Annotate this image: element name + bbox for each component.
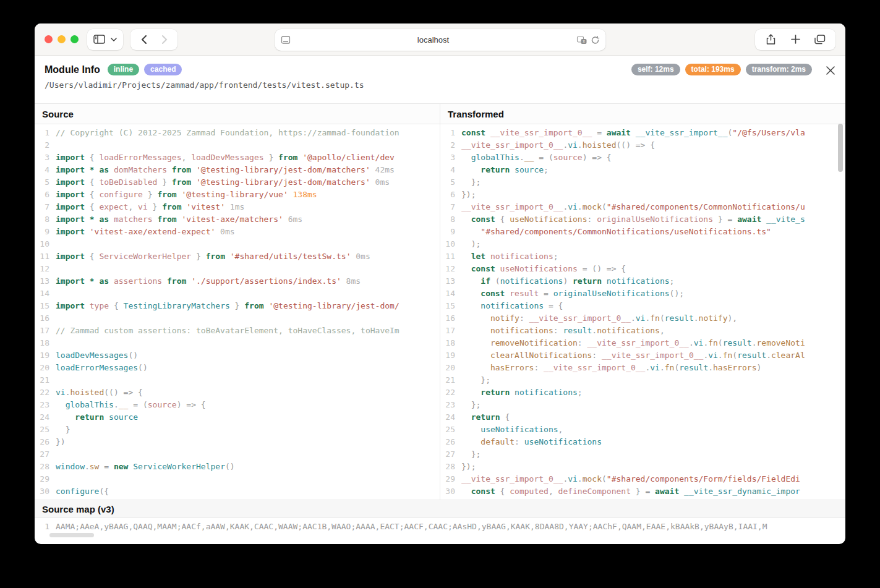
line-number: 1 (35, 127, 56, 139)
close-window-button[interactable] (45, 35, 53, 43)
line-number: 19 (35, 349, 56, 362)
new-tab-button[interactable] (785, 30, 806, 49)
line-number: 17 (440, 325, 461, 337)
page-title: Module Info (45, 64, 100, 75)
code-line: 17 notifications: result.notifications, (440, 325, 845, 337)
browser-window: localhost x (35, 23, 845, 544)
code-line: 16 notify: __vite_ssr_import_0__.vi.fn(r… (440, 312, 845, 325)
code-text: useNotifications, (461, 424, 845, 436)
horizontal-scrollbar-thumb[interactable] (49, 533, 94, 537)
line-number: 4 (440, 164, 461, 176)
code-text: default: useNotifications (461, 436, 845, 448)
page-settings-icon[interactable] (281, 36, 290, 44)
line-number: 6 (35, 189, 56, 201)
code-line: 26}) (35, 436, 440, 448)
code-text (56, 139, 440, 151)
line-number: 23 (35, 399, 56, 411)
line-number: 1 (440, 127, 461, 139)
share-button[interactable] (760, 30, 781, 49)
line-number: 9 (35, 226, 56, 238)
code-line: 15 notifications = { (440, 300, 845, 312)
line-number: 15 (35, 300, 56, 312)
forward-button[interactable] (155, 30, 174, 49)
chevron-down-icon[interactable] (111, 38, 117, 41)
code-line: 21 (35, 374, 440, 386)
line-number: 20 (35, 362, 56, 374)
code-text (56, 263, 440, 275)
line-number: 8 (440, 213, 461, 226)
code-line: 14 const result = originalUseNotificatio… (440, 288, 845, 300)
code-text: return source; (461, 164, 845, 176)
line-number: 15 (440, 300, 461, 312)
line-number: 10 (35, 238, 56, 250)
source-code-panel[interactable]: 1// Copyright (C) 2012-2025 Zammad Found… (35, 124, 440, 500)
code-line: 23 globalThis.__ = (source) => { (35, 399, 440, 411)
line-number: 12 (35, 263, 56, 275)
tab-overview-button[interactable] (810, 30, 831, 49)
code-text: }); (461, 461, 845, 473)
line-number: 29 (35, 473, 56, 485)
module-badge: cached (144, 64, 182, 75)
panel-headers: Source Transformed (35, 104, 845, 124)
sidebar-toggle-group[interactable] (87, 29, 123, 50)
code-text (56, 337, 440, 349)
code-line: 8import * as matchers from 'vitest-axe/m… (35, 213, 440, 226)
line-number: 5 (440, 176, 461, 189)
line-number: 23 (440, 399, 461, 411)
code-line: 12 const useNotifications = () => { (440, 263, 845, 275)
code-text: configure({ (56, 485, 440, 498)
code-line: 29 (35, 473, 440, 485)
code-text: notifications: result.notifications, (461, 325, 845, 337)
code-text: import * as matchers from 'vitest-axe/ma… (56, 213, 440, 226)
code-line: 11import { ServiceWorkerHelper } from '#… (35, 250, 440, 263)
timing-badge: total: 193ms (685, 64, 741, 75)
source-panel-title: Source (35, 104, 440, 124)
url-field[interactable]: localhost x (275, 29, 605, 51)
code-line: 22vi.hoisted(() => { (35, 386, 440, 399)
code-text: hasErrors: __vite_ssr_import_0__.vi.fn(r… (461, 362, 845, 374)
code-text: const { useNotifications: originalUseNot… (461, 213, 845, 226)
code-line: 14 (35, 288, 440, 300)
transformed-panel-title: Transformed (440, 104, 845, 124)
code-text: removeNotification: __vite_ssr_import_0_… (461, 337, 845, 349)
transformed-code-panel[interactable]: 1const __vite_ssr_import_0__ = await __v… (440, 124, 845, 500)
back-button[interactable] (134, 30, 153, 49)
code-line: 20loadErrorMessages() (35, 362, 440, 374)
code-text: import 'vitest-axe/extend-expect' 0ms (56, 226, 440, 238)
code-text: clearAllNotifications: __vite_ssr_import… (461, 349, 845, 362)
line-number: 28 (440, 461, 461, 473)
zoom-window-button[interactable] (70, 35, 79, 43)
reload-icon[interactable] (591, 36, 599, 45)
code-line: 10 ); (440, 238, 845, 250)
close-panel-button[interactable] (824, 64, 837, 77)
nav-buttons (130, 29, 177, 50)
minimize-window-button[interactable] (58, 35, 66, 43)
line-number: 22 (35, 386, 56, 399)
vertical-scrollbar-thumb[interactable] (838, 124, 843, 172)
line-number: 27 (440, 448, 461, 461)
code-line: 8 const { useNotifications: originalUseN… (440, 213, 845, 226)
code-line: 10 (35, 238, 440, 250)
code-text: import { ServiceWorkerHelper } from '#sh… (56, 250, 440, 263)
line-number: 5 (35, 176, 56, 189)
code-line: 13import * as assertions from './support… (35, 275, 440, 288)
line-number: 18 (35, 337, 56, 349)
line-number: 7 (440, 201, 461, 213)
code-text: window.sw = new ServiceWorkerHelper() (56, 461, 440, 473)
code-line: 24 return source (35, 411, 440, 424)
code-line: 6}); (440, 189, 845, 201)
translate-icon[interactable]: x (576, 36, 587, 45)
module-badges: inlinecached (108, 64, 182, 75)
code-line: 9import 'vitest-axe/extend-expect' 0ms (35, 226, 440, 238)
code-line: 1const __vite_ssr_import_0__ = await __v… (440, 127, 845, 139)
line-number: 30 (440, 485, 461, 498)
code-line: 30configure({ (35, 485, 440, 498)
code-text (56, 238, 440, 250)
code-line: 26 default: useNotifications (440, 436, 845, 448)
line-number: 7 (35, 201, 56, 213)
line-number: 25 (35, 424, 56, 436)
code-line: 1// Copyright (C) 2012-2025 Zammad Found… (35, 127, 440, 139)
line-number: 2 (440, 139, 461, 151)
code-line: 27 (35, 448, 440, 461)
sidebar-icon[interactable] (93, 35, 105, 44)
